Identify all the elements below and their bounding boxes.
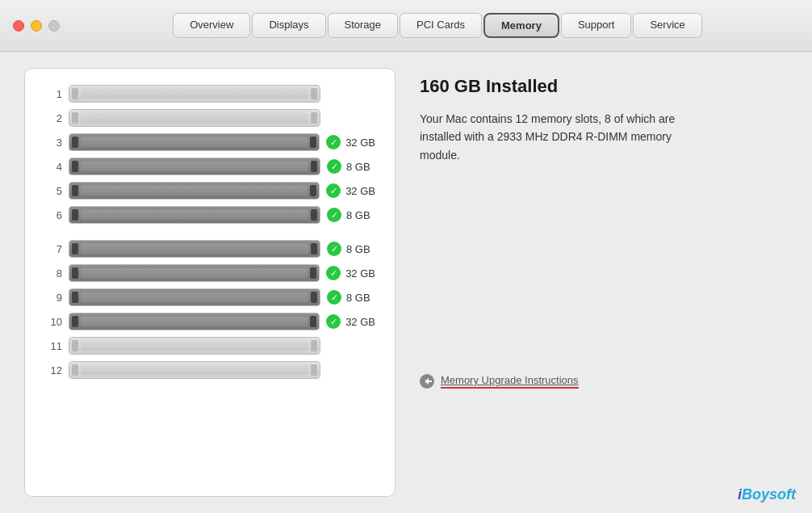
traffic-lights xyxy=(13,20,60,32)
slot-number-11: 11 xyxy=(44,340,62,352)
slot-size-4: 8 GB xyxy=(346,161,370,173)
minimize-button[interactable] xyxy=(31,20,42,32)
slot-bar-3 xyxy=(69,133,320,151)
slot-status-8: ✓ 32 GB xyxy=(326,266,375,280)
tab-service[interactable]: Service xyxy=(633,13,701,38)
slot-status-9: ✓ 8 GB xyxy=(327,290,375,305)
slot-row-4: 4 ✓ 8 GB xyxy=(44,158,375,175)
close-button[interactable] xyxy=(13,20,24,32)
check-icon-10: ✓ xyxy=(326,314,341,329)
tab-displays[interactable]: Displays xyxy=(252,13,325,38)
arrow-circle-icon xyxy=(420,374,434,389)
slot-bar-9 xyxy=(69,288,320,306)
slot-status-4: ✓ 8 GB xyxy=(327,159,375,174)
slot-size-9: 8 GB xyxy=(346,292,370,304)
slot-status-7: ✓ 8 GB xyxy=(327,242,375,256)
slot-status-5: ✓ 32 GB xyxy=(326,183,375,198)
info-bottom: Memory Upgrade Instructions xyxy=(420,374,788,389)
slot-number-9: 9 xyxy=(44,292,62,304)
slot-status-10: ✓ 32 GB xyxy=(326,314,375,329)
info-description: Your Mac contains 12 memory slots, 8 of … xyxy=(420,110,710,164)
upgrade-link-text[interactable]: Memory Upgrade Instructions xyxy=(441,374,579,389)
slot-row-6: 6 ✓ 8 GB xyxy=(44,206,375,224)
slot-number-7: 7 xyxy=(44,243,62,255)
slot-row-11: 11 xyxy=(44,337,375,355)
slot-bar-8 xyxy=(69,264,320,282)
maximize-button[interactable] xyxy=(48,20,60,32)
slot-row-10: 10 ✓ 32 GB xyxy=(44,313,375,330)
check-icon-3: ✓ xyxy=(326,135,341,149)
slot-number-6: 6 xyxy=(44,209,62,221)
slot-row-12: 12 xyxy=(44,361,375,379)
titlebar: Overview Displays Storage PCI Cards Memo… xyxy=(0,0,812,52)
slot-row-7: 7 ✓ 8 GB xyxy=(44,240,375,258)
installed-label: Installed xyxy=(486,76,558,96)
check-icon-7: ✓ xyxy=(327,242,341,256)
slot-bar-4 xyxy=(69,158,320,175)
total-gb: 160 GB xyxy=(420,76,481,96)
slot-row-1: 1 xyxy=(44,85,375,103)
slot-number-3: 3 xyxy=(44,137,62,149)
slot-row-9: 9 ✓ 8 GB xyxy=(44,288,375,306)
slot-bar-2 xyxy=(69,109,320,127)
info-panel: 160 GB Installed Your Mac contains 12 me… xyxy=(420,68,788,497)
main-content: 1 2 xyxy=(0,52,812,513)
slot-number-1: 1 xyxy=(44,88,62,100)
slot-row-3: 3 ✓ 32 GB xyxy=(44,133,375,151)
slot-group-1: 1 2 xyxy=(44,85,375,224)
iboysoft-watermark: iBoysoft xyxy=(738,486,796,503)
slot-number-12: 12 xyxy=(44,364,62,376)
check-icon-8: ✓ xyxy=(326,266,341,280)
slot-size-7: 8 GB xyxy=(346,243,370,255)
tab-overview[interactable]: Overview xyxy=(173,13,250,38)
watermark-rest: Boysoft xyxy=(742,486,796,502)
slot-size-5: 32 GB xyxy=(345,185,375,197)
check-icon-9: ✓ xyxy=(327,290,341,305)
slot-bar-5 xyxy=(69,182,320,200)
slot-size-8: 32 GB xyxy=(345,267,375,280)
slot-status-3: ✓ 32 GB xyxy=(326,135,375,149)
tab-support[interactable]: Support xyxy=(561,13,632,38)
tab-pci-cards[interactable]: PCI Cards xyxy=(400,13,482,38)
slot-status-6: ✓ 8 GB xyxy=(327,208,375,222)
check-icon-5: ✓ xyxy=(326,183,341,198)
slot-bar-11 xyxy=(69,337,320,355)
slot-number-5: 5 xyxy=(44,185,62,197)
upgrade-link-icon xyxy=(420,374,434,389)
slot-row-2: 2 xyxy=(44,109,375,127)
slot-bar-10 xyxy=(69,313,320,330)
slot-row-5: 5 ✓ 32 GB xyxy=(44,182,375,200)
slot-size-10: 32 GB xyxy=(345,316,375,328)
memory-slots-panel: 1 2 xyxy=(24,68,396,497)
slot-bar-6 xyxy=(69,206,320,224)
slot-number-4: 4 xyxy=(44,161,62,173)
tab-storage[interactable]: Storage xyxy=(328,13,399,38)
slot-number-8: 8 xyxy=(44,267,62,280)
slot-size-6: 8 GB xyxy=(346,209,370,221)
slot-bar-7 xyxy=(69,240,320,258)
info-title: 160 GB Installed xyxy=(420,76,788,97)
tab-memory[interactable]: Memory xyxy=(483,13,559,38)
slot-row-8: 8 ✓ 32 GB xyxy=(44,264,375,282)
tab-bar: Overview Displays Storage PCI Cards Memo… xyxy=(76,13,799,38)
check-icon-4: ✓ xyxy=(327,159,341,174)
slot-number-10: 10 xyxy=(44,316,62,328)
slot-bar-1 xyxy=(69,85,320,103)
check-icon-6: ✓ xyxy=(327,208,341,222)
slot-number-2: 2 xyxy=(44,112,62,124)
slot-size-3: 32 GB xyxy=(345,137,375,149)
slot-bar-12 xyxy=(69,361,320,379)
slot-group-2: 7 ✓ 8 GB 8 xyxy=(44,240,375,379)
